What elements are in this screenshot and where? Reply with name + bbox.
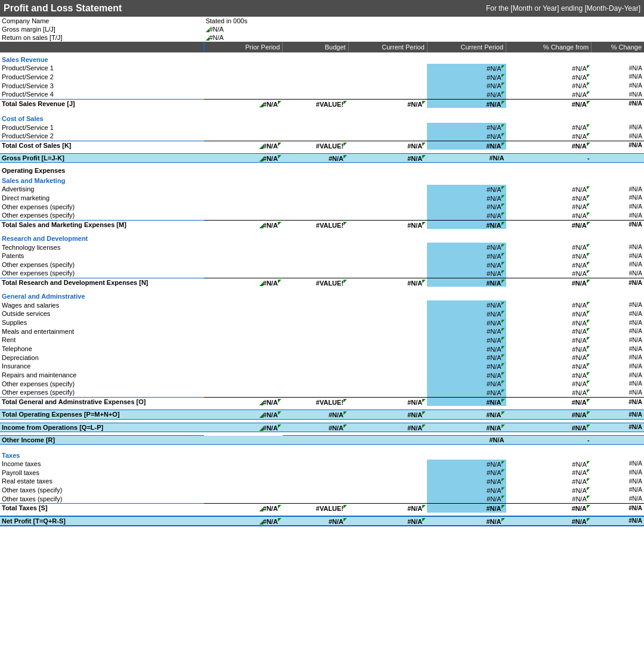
sheet-title: Profit and Loss Statement xyxy=(4,3,122,14)
company-label: Company Name xyxy=(0,17,204,25)
table-row: Product/Service 2 #N/A◤ #N/A◤ #N/A xyxy=(0,132,644,141)
return-on-sales-row: Return on sales [T/J] ◢#N/A xyxy=(0,33,644,42)
sales-revenue-label: Sales Revenue xyxy=(0,52,204,64)
table-row: Wages and salaries #N/A◤ #N/A◤ #N/A xyxy=(0,300,644,309)
total-research-dev-row: Total Research and Development Expenses … xyxy=(0,278,644,287)
table-row: Supplies #N/A◤ #N/A◤ #N/A xyxy=(0,318,644,327)
general-admin-header: General and Adminstrative xyxy=(0,290,644,300)
gross-profit-row: Gross Profit [L=J-K] ◢#N/A◤ #N/A◤ #N/A◤ … xyxy=(0,153,644,163)
table-row: Advertising #N/A◤ #N/A◤ #N/A xyxy=(0,185,644,194)
table-row: Income taxes #N/A◤ #N/A◤ #N/A xyxy=(0,460,644,469)
total-operating-label: Total Operating Expenses [P=M+N+O] xyxy=(0,410,204,419)
cost-of-sales-header: Cost of Sales xyxy=(0,111,644,123)
pchange-val: #N/A◤ xyxy=(506,64,592,73)
gross-margin-value: ◢#N/A xyxy=(204,25,348,33)
operating-expenses-label: Operating Expenses xyxy=(0,166,204,175)
table-row: Other expenses (specify) #N/A◤ #N/A◤ #N/… xyxy=(0,260,644,269)
table-row: Other expenses (specify) #N/A◤ #N/A◤ #N/… xyxy=(0,269,644,278)
current2-val: #N/A◤ xyxy=(427,64,506,73)
net-profit-label: Net Profit [T=Q+R-S] xyxy=(0,516,204,526)
col-budget: Budget xyxy=(283,42,348,52)
table-row: Product/Service 1 #N/A◤ #N/A◤ #N/A xyxy=(0,123,644,132)
table-row: Repairs and maintenance #N/A◤ #N/A◤ #N/A xyxy=(0,371,644,380)
period-label: For the [Month or Year] ending [Month-Da… xyxy=(486,4,640,13)
header-row: Profit and Loss Statement For the [Month… xyxy=(0,0,644,17)
company-row: Company Name Stated in 000s xyxy=(0,17,644,25)
sales-marketing-header: Sales and Marketing xyxy=(0,175,644,185)
table-row: Other taxes (specify) #N/A◤ #N/A◤ #N/A xyxy=(0,486,644,495)
col-pct-change: % Change xyxy=(592,42,644,52)
total-taxes-row: Total Taxes [S] ◢#N/A◤ #VALUE!◤ #N/A◤ #N… xyxy=(0,503,644,512)
return-on-sales-label: Return on sales [T/J] xyxy=(0,33,204,42)
table-row: Other taxes (specify) #N/A◤ #N/A◤ #N/A xyxy=(0,494,644,503)
table-row: Rent #N/A◤ #N/A◤ #N/A xyxy=(0,336,644,345)
spreadsheet-container: Profit and Loss Statement For the [Month… xyxy=(0,0,644,526)
gross-margin-label: Gross margin [L/J] xyxy=(0,25,204,33)
col-pct-change-from: % Change from xyxy=(506,42,592,52)
taxes-header: Taxes xyxy=(0,448,644,460)
research-dev-header: Research and Development xyxy=(0,232,644,243)
return-on-sales-value: ◢#N/A xyxy=(204,33,348,42)
pchange2-val: #N/A xyxy=(592,64,644,73)
other-income-label: Other Income [R] xyxy=(0,436,204,445)
item-label: Product/Service 4 xyxy=(0,90,204,99)
total-sales-marketing-row: Total Sales and Marketing Expenses [M] ◢… xyxy=(0,220,644,229)
table-row: Product/Service 4 #N/A◤ #N/A◤ #N/A xyxy=(0,90,644,99)
table-row: Other expenses (specify) #N/A◤ #N/A◤ #N/… xyxy=(0,202,644,211)
income-from-operations-row: Income from Operations [Q=L-P] ◢#N/A◤ #N… xyxy=(0,423,644,432)
gross-profit-label: Gross Profit [L=J-K] xyxy=(0,153,204,163)
table-row: Product/Service 2 #N/A◤ #N/A◤ #N/A xyxy=(0,73,644,82)
item-label: Product/Service 3 xyxy=(0,81,204,90)
table-row: Other expenses (specify) #N/A◤ #N/A◤ #N/… xyxy=(0,211,644,220)
table-row: Meals and entertainment #N/A◤ #N/A◤ #N/A xyxy=(0,327,644,336)
table-row: Telephone #N/A◤ #N/A◤ #N/A xyxy=(0,345,644,353)
cost-of-sales-label: Cost of Sales xyxy=(0,111,204,123)
table-row: Insurance #N/A◤ #N/A◤ #N/A xyxy=(0,362,644,371)
item-label: Product/Service 1 xyxy=(0,64,204,73)
sales-revenue-header: Sales Revenue xyxy=(0,52,644,64)
net-profit-row: Net Profit [T=Q+R-S] ◢#N/A◤ #N/A◤ #N/A◤ … xyxy=(0,516,644,526)
table-row: Depreciation #N/A◤ #N/A◤ #N/A xyxy=(0,353,644,362)
table-row: Outside services #N/A◤ #N/A◤ #N/A xyxy=(0,309,644,318)
column-header-row: Prior Period Budget Current Period Curre… xyxy=(0,42,644,52)
gross-margin-row: Gross margin [L/J] ◢#N/A xyxy=(0,25,644,33)
stated-label: Stated in 000s xyxy=(204,17,348,25)
col-current-period1: Current Period xyxy=(348,42,427,52)
table-row: Real estate taxes #N/A◤ #N/A◤ #N/A xyxy=(0,477,644,486)
operating-expenses-header: Operating Expenses xyxy=(0,166,644,175)
other-income-row: Other Income [R] #N/A - xyxy=(0,436,644,445)
total-general-admin-row: Total General and Adminstrative Expenses… xyxy=(0,397,644,406)
table-row: Technology licenses #N/A◤ #N/A◤ #N/A xyxy=(0,243,644,252)
table-row: Payroll taxes #N/A◤ #N/A◤ #N/A xyxy=(0,468,644,477)
income-ops-label: Income from Operations [Q=L-P] xyxy=(0,423,204,432)
total-sales-label: Total Sales Revenue [J] xyxy=(0,99,204,108)
col-label xyxy=(0,42,204,52)
total-cost-of-sales-row: Total Cost of Sales [K] ◢#N/A◤ #VALUE!◤ … xyxy=(0,141,644,150)
total-operating-expenses-row: Total Operating Expenses [P=M+N+O] ◢#N/A… xyxy=(0,410,644,419)
item-label: Product/Service 2 xyxy=(0,73,204,82)
table-row: Product/Service 1 #N/A◤ #N/A◤ #N/A xyxy=(0,64,644,73)
table-row: Other expenses (specify) #N/A◤ #N/A◤ #N/… xyxy=(0,388,644,397)
table-row: Patents #N/A◤ #N/A◤ #N/A xyxy=(0,252,644,260)
table-row: Direct marketing #N/A◤ #N/A◤ #N/A xyxy=(0,194,644,203)
col-current-period2: Current Period xyxy=(427,42,506,52)
table-row: Other expenses (specify) #N/A◤ #N/A◤ #N/… xyxy=(0,379,644,388)
table-row: Product/Service 3 #N/A◤ #N/A◤ #N/A xyxy=(0,81,644,90)
total-sales-revenue-row: Total Sales Revenue [J] ◢#N/A◤ #VALUE!◤ … xyxy=(0,99,644,108)
col-prior-period: Prior Period xyxy=(204,42,283,52)
